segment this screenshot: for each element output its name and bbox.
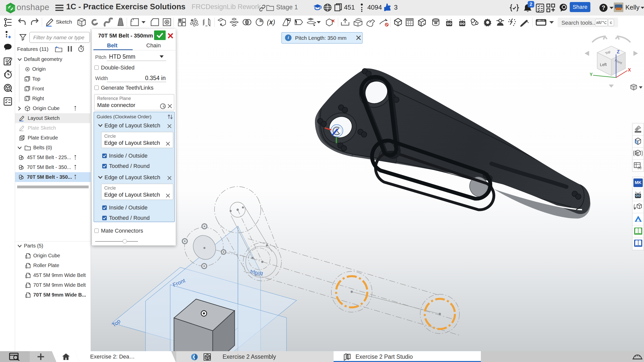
svg-text:(x): (x) bbox=[638, 166, 641, 169]
svg-text:HELLO: HELLO bbox=[538, 19, 544, 22]
svg-text:X: X bbox=[628, 67, 631, 73]
svg-text:Z: Z bbox=[617, 49, 620, 54]
svg-text:Left: Left bbox=[600, 62, 607, 67]
svg-text:?: ? bbox=[602, 5, 605, 11]
svg-text:Y: Y bbox=[590, 72, 593, 77]
